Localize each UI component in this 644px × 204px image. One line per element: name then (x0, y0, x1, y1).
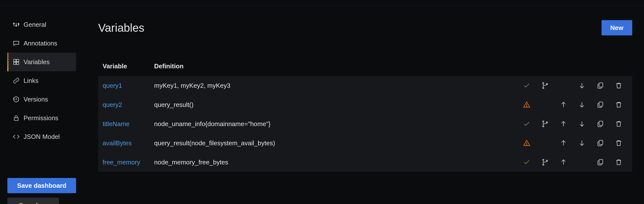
sidebar-item-label: JSON Model (24, 133, 60, 141)
table-row: titleNamenode_uname_info{domainname="hom… (98, 114, 632, 133)
settings-sidebar: General Annotations Variables Links Vers… (0, 6, 84, 204)
variable-name-link[interactable]: query2 (102, 101, 154, 109)
branch-icon[interactable] (536, 76, 554, 95)
variable-name-link[interactable]: availBytes (102, 139, 154, 147)
table-row: availBytesquery_result(node_filesystem_a… (98, 133, 632, 153)
variable-definition: query_result(node_filesystem_avail_bytes… (154, 139, 517, 147)
check-icon (517, 76, 536, 95)
warning-icon (517, 95, 536, 114)
variable-name-link[interactable]: query1 (102, 82, 154, 89)
table-row: query2query_result() (98, 95, 632, 114)
branch-icon[interactable] (536, 153, 554, 172)
move-up-button[interactable] (554, 133, 572, 153)
new-variable-button[interactable]: New (602, 20, 632, 35)
duplicate-button[interactable] (591, 133, 610, 153)
save-as-button[interactable]: Save As... (7, 197, 59, 204)
move-up-button[interactable] (554, 153, 572, 172)
table-row: query1myKey1, myKey2, myKey3 (98, 76, 632, 95)
sidebar-item-json-model[interactable]: JSON Model (7, 127, 76, 146)
duplicate-button[interactable] (591, 95, 610, 114)
col-definition: Definition (154, 62, 517, 70)
check-icon (517, 153, 536, 172)
duplicate-button[interactable] (591, 76, 610, 95)
delete-button[interactable] (610, 133, 628, 153)
top-bar (0, 0, 644, 6)
sidebar-item-label: Links (24, 77, 38, 85)
variable-name-link[interactable]: free_memory (102, 158, 154, 166)
sidebar-item-label: General (24, 21, 46, 29)
delete-button[interactable] (610, 114, 628, 133)
sidebar-item-label: Permissions (24, 114, 58, 122)
sliders-icon (13, 21, 20, 28)
move-down-button[interactable] (572, 114, 591, 133)
sidebar-item-variables[interactable]: Variables (7, 53, 76, 71)
sidebar-item-permissions[interactable]: Permissions (7, 109, 76, 127)
duplicate-button[interactable] (591, 114, 610, 133)
variable-definition: query_result() (154, 101, 517, 109)
variable-definition: node_uname_info{domainname="home"} (154, 120, 517, 128)
comment-icon (13, 40, 20, 47)
move-up-button[interactable] (554, 114, 572, 133)
check-icon (517, 114, 536, 133)
warning-icon (517, 133, 536, 153)
main-content: Variables New Variable Definition query1… (84, 6, 644, 204)
move-down-button[interactable] (572, 95, 591, 114)
sidebar-item-links[interactable]: Links (7, 71, 76, 90)
sidebar-item-annotations[interactable]: Annotations (7, 34, 76, 53)
variables-icon (13, 59, 20, 65)
history-icon (13, 96, 20, 103)
sidebar-item-general[interactable]: General (7, 15, 76, 34)
table-row: free_memorynode_memory_free_bytes (98, 153, 632, 172)
sidebar-item-versions[interactable]: Versions (7, 90, 76, 109)
page-title: Variables (98, 21, 144, 34)
variable-definition: node_memory_free_bytes (154, 158, 517, 166)
col-variable: Variable (102, 62, 154, 70)
variables-table: Variable Definition query1myKey1, myKey2… (98, 62, 632, 172)
duplicate-button[interactable] (591, 153, 610, 172)
link-icon (13, 77, 20, 84)
lock-icon (13, 115, 20, 121)
code-icon (13, 133, 20, 140)
sidebar-item-label: Versions (24, 96, 48, 103)
branch-icon[interactable] (536, 114, 554, 133)
move-up-button[interactable] (554, 95, 572, 114)
sidebar-item-label: Variables (24, 58, 50, 66)
move-down-button[interactable] (572, 76, 591, 95)
variable-definition: myKey1, myKey2, myKey3 (154, 82, 517, 89)
move-down-button[interactable] (572, 133, 591, 153)
delete-button[interactable] (610, 95, 628, 114)
sidebar-item-label: Annotations (24, 40, 57, 47)
delete-button[interactable] (610, 76, 628, 95)
delete-button[interactable] (610, 153, 628, 172)
save-dashboard-button[interactable]: Save dashboard (7, 178, 76, 193)
variable-name-link[interactable]: titleName (102, 120, 154, 128)
table-header: Variable Definition (98, 62, 632, 75)
